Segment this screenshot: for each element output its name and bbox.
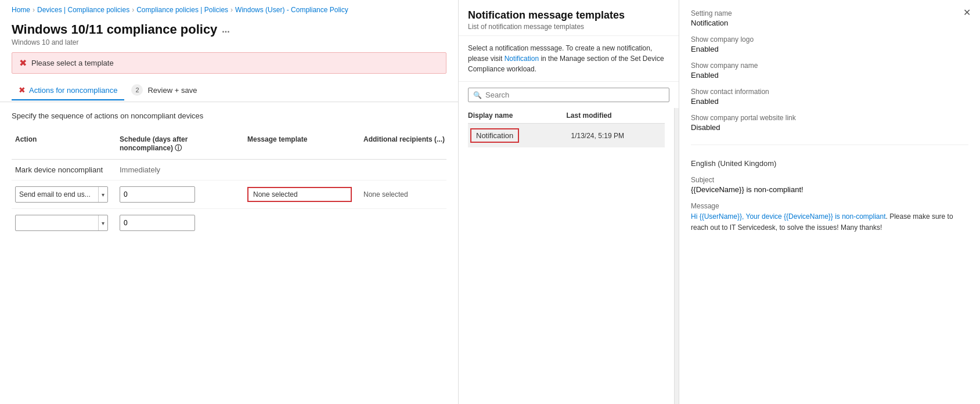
message-noncompliant: non-compliant [842,212,885,221]
mid-table-row[interactable]: Notification 1/13/24, 5:19 PM [468,124,665,147]
row2-action-arrow[interactable]: ▾ [98,187,107,202]
error-text: Please select a template [31,59,114,67]
page-title-area: Windows 10/11 compliance policy ... Wind… [0,20,458,52]
settings-panel: ✕ Setting name Notification Show company… [679,0,980,404]
contact-label: Show contact information [691,88,968,96]
search-icon: 🔍 [473,91,482,99]
row1-schedule: Immediately [116,163,244,176]
mid-desc-link[interactable]: Notification [505,55,539,63]
section-divider [691,145,968,145]
subject-label: Subject [691,176,968,184]
mid-header: Notification message templates List of n… [459,0,679,36]
subject-value: {{DeviceName}} is non-compliant! [691,185,968,194]
search-box: 🔍 [468,88,669,102]
row2-message-template[interactable]: None selected [247,187,352,202]
message-label: Message [691,202,968,210]
tab-bar: ✖ Actions for noncompliance 2 Review + s… [0,80,458,102]
table-header: Action Schedule (days after noncomplianc… [12,129,446,160]
section-desc: Specify the sequence of actions on nonco… [12,111,446,120]
row1-message [244,168,360,172]
setting-name-value: Notification [691,19,968,27]
mid-row-date: 1/13/24, 5:19 PM [567,132,663,140]
row3-action-arrow[interactable]: ▾ [98,215,107,230]
breadcrumb-sep-3: › [230,6,233,14]
row3-recipients-cell [360,221,459,225]
breadcrumb-current: Windows (User) - Compliance Policy [235,6,348,14]
tab-error-icon: ✖ [19,85,26,95]
breadcrumb-devices[interactable]: Devices | Compliance policies [37,6,129,14]
left-panel: Home › Devices | Compliance policies › C… [0,0,459,404]
col-recipients-header: Additional recipients (...) [360,133,459,156]
row2-message-cell: None selected [244,185,360,204]
tab-actions-label: Actions for noncompliance [29,86,117,95]
mid-row-name-cell: Notification [470,128,567,143]
mid-table: Display name Last modified Notification … [459,108,674,147]
mid-desc: Select a notification messsage. To creat… [459,36,679,82]
mid-title: Notification message templates [468,9,669,21]
row2-message-text: None selected [253,190,298,199]
page-title-ellipsis[interactable]: ... [222,24,229,35]
breadcrumb-policies[interactable]: Compliance policies | Policies [136,6,228,14]
notification-templates-panel: Notification message templates List of n… [459,0,679,404]
contact-value: Enabled [691,97,968,106]
error-icon: ✖ [19,57,27,68]
close-button[interactable]: ✕ [963,7,971,18]
scrollbar [674,108,679,404]
tab-review-label: Review + save [147,86,197,95]
mid-table-header: Display name Last modified [468,108,665,124]
row3-action-dropdown[interactable]: ▾ [15,215,108,231]
tab-review-num: 2 [131,84,143,96]
search-input[interactable] [485,91,664,99]
locale-label: English (United Kingdom) [691,159,968,168]
portal-label: Show company portal website link [691,114,968,122]
mid-search-area: 🔍 [459,82,679,108]
logo-label: Show company logo [691,35,968,44]
setting-name-label: Setting name [691,9,968,17]
mid-subtitle: List of notification message templates [468,23,669,31]
row3-schedule-cell [116,212,244,233]
row2-action-cell: Send email to end us... ▾ [12,184,116,205]
row2-schedule-input[interactable] [120,186,195,203]
message-body: Hi {{UserName}}, Your device {{DeviceNam… [691,211,968,233]
mid-col-modified-header: Last modified [567,111,665,120]
breadcrumb-sep-1: › [33,6,35,14]
row2-schedule-cell [116,184,244,205]
company-name-label: Show company name [691,62,968,70]
tab-review[interactable]: 2 Review + save [124,80,204,102]
col-message-header: Message template [244,133,360,156]
breadcrumb-sep-2: › [132,6,134,14]
col-schedule-header: Schedule (days after noncompliance) ⓘ [116,133,244,156]
error-banner: ✖ Please select a template [12,52,446,74]
mid-content: Display name Last modified Notification … [459,108,674,404]
mid-scroll-area: Display name Last modified Notification … [459,108,679,404]
tab-actions[interactable]: ✖ Actions for noncompliance [12,81,124,100]
row2-recipients: None selected [360,188,459,201]
message-hi: Hi {{UserName}}, Your device {{DeviceNam… [691,212,842,221]
breadcrumb-home[interactable]: Home [12,6,30,14]
table-row: Send email to end us... ▾ None selected … [12,181,446,209]
page-subtitle: Windows 10 and later [12,38,446,46]
row2-action-text: Send email to end us... [16,190,98,199]
table-row: ▾ [12,209,446,237]
row3-message-cell [244,221,360,225]
mid-row-name: Notification [470,128,519,143]
col-action-header: Action [12,133,116,156]
mid-col-name-header: Display name [468,111,567,120]
row3-schedule-input[interactable] [120,215,195,231]
row1-recipients [360,168,459,172]
row3-action-cell: ▾ [12,212,116,233]
breadcrumb: Home › Devices | Compliance policies › C… [0,0,458,20]
page-title-text: Windows 10/11 compliance policy [12,22,217,37]
row2-action-dropdown[interactable]: Send email to end us... ▾ [15,186,108,203]
portal-value: Disabled [691,123,968,132]
table-row: Mark device noncompliant Immediately [12,160,446,181]
logo-value: Enabled [691,45,968,53]
row1-action: Mark device noncompliant [12,163,116,176]
content-area: Specify the sequence of actions on nonco… [0,102,458,246]
company-name-value: Enabled [691,71,968,80]
